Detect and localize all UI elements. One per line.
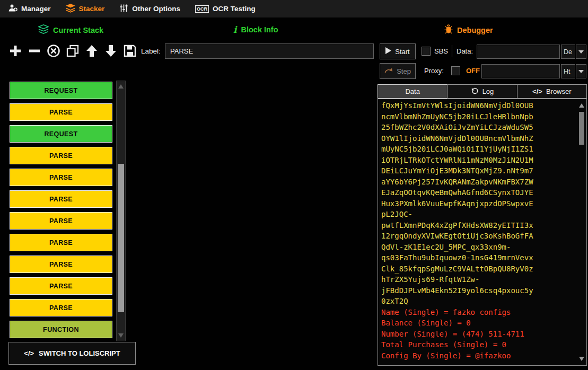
log-line: Name (Single) = fazko configs (381, 307, 575, 318)
code-icon: </> (24, 349, 34, 357)
log-line: 12rgqOndyXVIwKEgtOtiUjc3oKshBoGfFA (381, 231, 575, 242)
add-block-button[interactable] (6, 42, 24, 59)
stack-block-parse[interactable]: PARSE (10, 299, 112, 316)
ocr-icon: OCR (195, 5, 209, 13)
proxy-type-dropdown[interactable]: Ht (561, 64, 575, 78)
stack-layers-icon (38, 24, 49, 36)
log-line: aYY6bY6Pj257IvKQRANmZakpvNKmFBX7ZW (381, 177, 575, 188)
log-line: iOTRjLTRkOTctYWRlNi1mNzM0MzJiN2U1M (381, 155, 575, 166)
chevron-down-icon (578, 70, 584, 73)
stack-toolbar (6, 42, 138, 59)
log-line: pL2JQC- (381, 209, 575, 220)
log-line: QdVl-zK1E1ec2U_5MPC_qx33xn9m- (381, 242, 575, 253)
stack-block-parse[interactable]: PARSE (10, 190, 112, 208)
move-down-button[interactable] (102, 42, 119, 59)
stack-block-parse[interactable]: PARSE (10, 256, 112, 273)
start-button[interactable]: Start (380, 43, 416, 59)
log-line: Balance (Single) = 0 (381, 318, 575, 329)
switch-button-label: SWITCH TO LOLISCRIPT (39, 349, 120, 357)
nav-item-label: Manager (21, 5, 51, 13)
scroll-up-icon[interactable] (579, 103, 584, 108)
debugger-header: Debugger (444, 24, 493, 36)
stack-scrollbar[interactable] (116, 81, 126, 341)
block-label-caption: Label: (141, 47, 161, 55)
sbs-label: SBS (434, 47, 448, 55)
log-line: fQxMjYsImVtYWlsIjoidWN6NmVjdDl0OUB (381, 100, 575, 111)
tab-data[interactable]: Data (378, 84, 447, 99)
save-stack-button[interactable] (121, 42, 138, 59)
current-stack-header: Current Stack (38, 24, 103, 36)
scroll-down-icon[interactable] (118, 333, 124, 338)
divider (452, 45, 452, 57)
step-arrow-icon (384, 67, 393, 75)
current-stack-title: Current Stack (53, 26, 103, 34)
nav-item-label: Other Options (132, 5, 180, 13)
stack-block-parse[interactable]: PARSE (10, 234, 112, 251)
scroll-down-icon[interactable] (579, 357, 584, 361)
debugger-data-panel[interactable]: fQxMjYsImVtYWlsIjoidWN6NmVjdDl0OUBncmVlb… (378, 99, 587, 366)
debugger-tabs: Data Log </> Browser (378, 84, 587, 99)
nav-item-ocr-testing[interactable]: OCR OCR Testing (195, 5, 256, 13)
nav-item-manager[interactable]: Manager (8, 4, 51, 14)
stack-block-parse[interactable]: PARSE (10, 212, 112, 230)
wordlist-type-dropdown[interactable]: De (561, 45, 575, 59)
disable-block-button[interactable] (45, 42, 62, 59)
tab-log[interactable]: Log (447, 84, 517, 99)
info-icon: i (233, 24, 236, 35)
data-panel-scrollbar[interactable] (578, 100, 585, 364)
captured-variables: Name (Single) = fazko configsBalance (Si… (381, 307, 575, 362)
proxy-type-dropdown-arrow[interactable] (576, 64, 586, 78)
log-line: hTrZX5Yujs69-RfqtW1Zw- (381, 274, 575, 285)
log-line: pwtfLXmnPDqK4xZgPfXHdsXW82yEITII3x (381, 220, 575, 231)
proxy-label: Proxy: (424, 67, 444, 75)
tab-data-label: Data (405, 87, 419, 95)
nav-item-other-options[interactable]: Other Options (119, 4, 180, 14)
stack-block-request[interactable]: REQUEST (10, 125, 112, 143)
app-window: Manager Stacker Other Options OCR OCR Te… (0, 0, 588, 370)
block-label-input[interactable] (165, 43, 374, 59)
log-line: ncmVlbmNhZmUyNC5jb20iLCJleHRlbnNpb (381, 111, 575, 122)
remove-block-button[interactable] (25, 42, 43, 59)
stack-block-function[interactable]: FUNCTION (10, 321, 112, 338)
proxy-input[interactable] (481, 64, 560, 78)
nav-item-label: OCR Testing (213, 5, 256, 13)
data-input[interactable] (477, 45, 560, 59)
stack-block-parse[interactable]: PARSE (10, 147, 112, 164)
bug-icon (444, 24, 453, 36)
scrollbar-thumb[interactable] (579, 112, 584, 145)
sbs-checkbox[interactable] (422, 47, 431, 56)
stack-block-parse[interactable]: PARSE (10, 277, 112, 295)
move-up-button[interactable] (83, 42, 100, 59)
wordlist-type-dropdown-arrow[interactable] (576, 45, 586, 59)
scroll-up-icon[interactable] (118, 84, 124, 89)
log-line: Clk_85kfqpSgMuLzC9VALttOBpQU8RyV0z (381, 263, 575, 275)
step-button-label: Step (397, 67, 411, 75)
log-line: jFBdDJPLvMb4Ekn52I9yol6csq4pxouc5y (381, 285, 575, 296)
token-log: fQxMjYsImVtYWlsIjoidWN6NmVjdDl0OUBncmVlb… (381, 100, 575, 307)
nav-item-stacker[interactable]: Stacker (66, 4, 105, 14)
log-line: DEiLCJuYmYiOjE3MDk3NTQxMjZ9.nNt9m7 (381, 165, 575, 177)
manager-icon (8, 4, 17, 14)
stack-block-request[interactable]: REQUEST (10, 82, 112, 99)
stack-block-parse[interactable]: PARSE (10, 103, 112, 121)
tab-browser[interactable]: </> Browser (517, 84, 587, 99)
log-line: Total Purchases (Single) = 0 (381, 339, 575, 350)
sliders-icon (119, 4, 128, 14)
log-line: Number (Single) = (474) 511-4711 (381, 329, 575, 340)
proxy-checkbox[interactable] (451, 66, 460, 75)
clone-block-button[interactable] (64, 42, 81, 59)
log-line: Config By (Single) = @ifazkoo (381, 350, 575, 362)
step-button[interactable]: Step (380, 63, 416, 79)
switch-to-loliscript-button[interactable]: </> SWITCH TO LOLISCRIPT (8, 342, 136, 365)
play-icon (385, 47, 391, 56)
stack-block-parse[interactable]: PARSE (10, 169, 112, 186)
scrollbar-thumb[interactable] (118, 164, 124, 312)
block-info-title: Block Info (241, 25, 278, 34)
nav-item-label: Stacker (79, 5, 105, 13)
log-line: 0zxT2Q (381, 296, 575, 307)
stacker-icon (66, 4, 75, 14)
chevron-down-icon (578, 50, 584, 54)
history-icon (471, 87, 479, 96)
proxy-off-status: OFF (466, 67, 480, 75)
data-label: Data: (457, 47, 473, 55)
